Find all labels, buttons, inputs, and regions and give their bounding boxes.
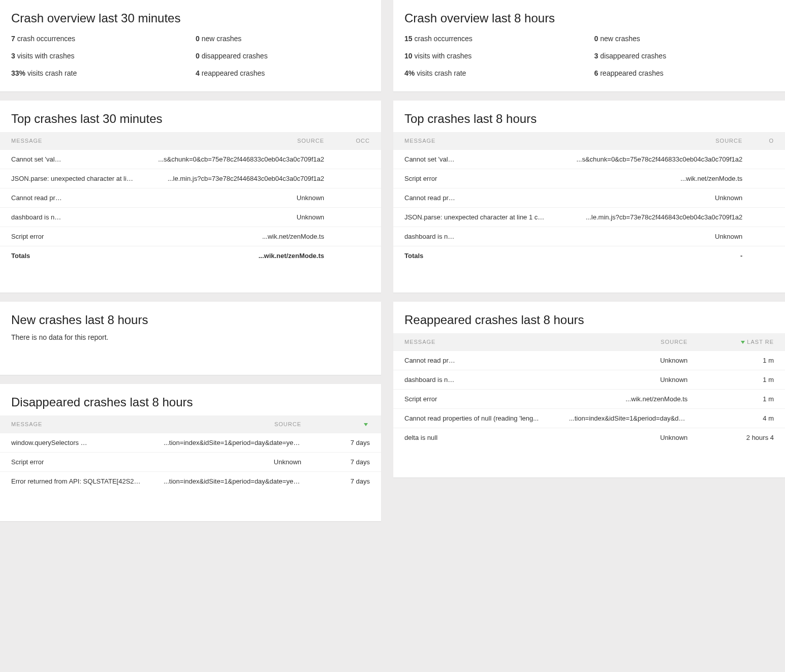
stat-visits-with-crashes: 3 visits with crashes — [11, 52, 185, 60]
col-occurrences[interactable]: O — [753, 132, 785, 150]
crash-overview-30min-panel: Crash overview last 30 minutes 7 crash o… — [0, 0, 381, 91]
col-message[interactable]: MESSAGE — [0, 132, 145, 150]
new-crashes-8h-panel: New crashes last 8 hours There is no dat… — [0, 302, 381, 375]
reappeared-crashes-8h-panel: Reappeared crashes last 8 hours MESSAGE … — [393, 302, 785, 477]
panel-title: New crashes last 8 hours — [0, 302, 381, 333]
stat-crash-rate: 33% visits crash rate — [11, 69, 185, 77]
table-row[interactable]: Cannot read pr…Unknown — [0, 188, 381, 208]
table-row[interactable]: Cannot set 'val…...s&chunk=0&cb=75e78c2f… — [393, 150, 785, 169]
sort-desc-icon — [364, 423, 368, 426]
table-row[interactable]: JSON.parse: unexpected character at line… — [0, 169, 381, 188]
table-row[interactable]: Script errorUnknown7 days — [0, 453, 381, 472]
table-row[interactable]: Script error...wik.net/zenMode.ts1 m — [393, 390, 785, 409]
col-message[interactable]: MESSAGE — [393, 132, 558, 150]
stat-disappeared: 3 disappeared crashes — [594, 52, 774, 60]
table-row[interactable]: Error returned from API: SQLSTATE[42S22]… — [0, 472, 381, 491]
table-row[interactable]: Cannot read properties of null (reading … — [393, 409, 785, 428]
panel-title: Top crashes last 8 hours — [393, 101, 785, 132]
table-row[interactable]: Cannot set 'val…...s&chunk=0&cb=75e78c2f… — [0, 150, 381, 169]
top-crashes-30min-panel: Top crashes last 30 minutes MESSAGE SOUR… — [0, 101, 381, 293]
reappeared-crashes-table: MESSAGE SOURCE LAST RE Cannot read pr…Un… — [393, 333, 785, 447]
stat-reappeared: 4 reappeared crashes — [196, 69, 370, 77]
sort-desc-icon — [741, 341, 745, 344]
table-totals-row: Totals...wik.net/zenMode.ts — [0, 246, 381, 266]
table-row[interactable]: Cannot read pr…Unknown1 m — [393, 351, 785, 370]
disappeared-crashes-table: MESSAGE SOURCE window.querySelectors …..… — [0, 415, 381, 491]
stat-reappeared: 6 reappeared crashes — [594, 69, 774, 77]
table-row[interactable]: Script error...wik.net/zenMode.ts — [393, 169, 785, 188]
table-row[interactable]: JSON.parse: unexpected character at line… — [393, 208, 785, 227]
stat-occurrences: 15 crash occurrences — [404, 35, 584, 43]
stat-crash-rate: 4% visits crash rate — [404, 69, 584, 77]
stat-occurrences: 7 crash occurrences — [11, 35, 185, 43]
col-last-reappeared[interactable]: LAST RE — [699, 333, 785, 351]
panel-title: Top crashes last 30 minutes — [0, 101, 381, 132]
table-row[interactable]: dashboard is n…Unknown — [393, 227, 785, 246]
top-crashes-8h-panel: Top crashes last 8 hours MESSAGE SOURCE … — [393, 101, 785, 293]
col-message[interactable]: MESSAGE — [393, 333, 558, 351]
table-totals-row: Totals- — [393, 246, 785, 266]
top-crashes-8h-table: MESSAGE SOURCE O Cannot set 'val…...s&ch… — [393, 132, 785, 265]
stat-new-crashes: 0 new crashes — [196, 35, 370, 43]
disappeared-crashes-8h-panel: Disappeared crashes last 8 hours MESSAGE… — [0, 384, 381, 521]
no-data-message: There is no data for this report. — [0, 333, 381, 357]
overview-grid: 7 crash occurrences 0 new crashes 3 visi… — [11, 35, 370, 77]
panel-title: Crash overview last 30 minutes — [11, 11, 370, 25]
table-row[interactable]: Cannot read pr…Unknown — [393, 188, 785, 208]
col-source[interactable]: SOURCE — [152, 415, 312, 433]
col-source[interactable]: SOURCE — [558, 132, 754, 150]
table-row[interactable]: dashboard is n…Unknown — [0, 208, 381, 227]
panel-title: Disappeared crashes last 8 hours — [0, 384, 381, 415]
col-source[interactable]: SOURCE — [145, 132, 335, 150]
table-row[interactable]: Script error...wik.net/zenMode.ts — [0, 227, 381, 246]
panel-title: Crash overview last 8 hours — [404, 11, 774, 25]
stat-new-crashes: 0 new crashes — [594, 35, 774, 43]
col-occurrences[interactable]: OCC — [335, 132, 381, 150]
table-row[interactable]: dashboard is n…Unknown1 m — [393, 370, 785, 390]
overview-grid: 15 crash occurrences 0 new crashes 10 vi… — [404, 35, 774, 77]
panel-title: Reappeared crashes last 8 hours — [393, 302, 785, 333]
stat-visits-with-crashes: 10 visits with crashes — [404, 52, 584, 60]
col-last-reported[interactable] — [312, 415, 381, 433]
col-message[interactable]: MESSAGE — [0, 415, 152, 433]
col-source[interactable]: SOURCE — [558, 333, 699, 351]
crash-overview-8h-panel: Crash overview last 8 hours 15 crash occ… — [393, 0, 785, 91]
stat-disappeared: 0 disappeared crashes — [196, 52, 370, 60]
table-row[interactable]: window.querySelectors …...tion=index&idS… — [0, 433, 381, 453]
top-crashes-30min-table: MESSAGE SOURCE OCC Cannot set 'val…...s&… — [0, 132, 381, 265]
table-row[interactable]: delta is nullUnknown2 hours 4 — [393, 428, 785, 447]
